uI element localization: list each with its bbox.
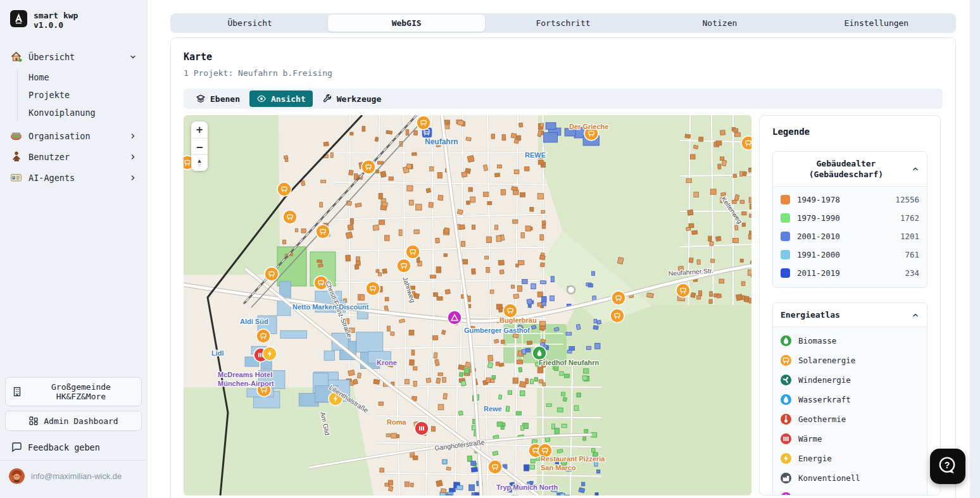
legend-section-title: Gebäudealter(Gebäudescharf) [781,158,912,180]
sidebar-item-organisation[interactable]: Organisation [0,125,147,146]
admin-dashboard-button[interactable]: Admin Dashboard [5,411,142,431]
map-marker-energy[interactable] [263,347,277,361]
sidebar-item-label: Organisation [28,131,123,141]
legend-panel: Legende Gebäudealter(Gebäudescharf)1949-… [759,115,941,495]
map-marker-network[interactable] [448,311,462,325]
heat-icon [781,433,791,444]
map-label: Buglerbräu [499,316,537,324]
map-row: Der GriecheNeufahrnREWEKeltenwegJahnwegC… [184,115,943,495]
tab-notizen[interactable]: Notizen [641,15,798,32]
map-marker-solar[interactable] [417,116,430,130]
user-row[interactable]: info@maximilian-wick.de [5,461,142,493]
zoom-out-button[interactable]: − [191,138,208,154]
feedback-button[interactable]: Feedback geben [5,435,142,460]
app-title: smart kwp v1.0.0 [34,10,78,30]
biomass-icon [781,335,791,346]
toolbar-button-label: Ebenen [210,94,240,104]
map-marker-solar[interactable] [503,304,517,318]
legend-item-wärme: Wärme [781,429,919,449]
sidebar-subitem-projekte[interactable]: Projekte [18,86,147,104]
sidebar: smart kwp v1.0.0 ÜbersichtHomeProjekteKo… [0,0,148,498]
map-marker-solar[interactable] [256,329,270,343]
legend-item-label: Windenergie [798,375,851,385]
legend-item-geothermie: Geothermie [781,409,919,429]
map-marker-biomass[interactable] [532,346,546,360]
tab-übersicht[interactable]: Übersicht [172,15,328,32]
sidebar-bottom: Großgemeinde HK&FZ&More Admin Dashboard … [0,372,147,498]
id-card-icon [10,171,22,184]
chevron-right-icon [129,153,137,161]
map-controls: + − ▲ ▽ [191,121,208,171]
map-marker-solar[interactable] [361,160,375,174]
map-marker-solar[interactable] [283,210,297,224]
app-logo-row: smart kwp v1.0.0 [0,10,147,30]
chevron-up-icon [912,311,919,319]
color-swatch [781,232,790,241]
legend-item-1991-2000: 1991-2000761 [781,246,919,264]
tab-webgis[interactable]: WebGIS [328,15,484,32]
page-scrollbar[interactable] [970,0,980,498]
tab-einstellungen[interactable]: Einstellungen [798,15,955,32]
sidebar-subitem-home[interactable]: Home [18,68,147,86]
legend-item-label: Energie [798,454,832,463]
map-marker-heat[interactable] [415,421,429,435]
legend-item-2011-2019: 2011-2019234 [781,264,919,282]
legend-item-wasserkraft: Wasserkraft [781,390,919,409]
user-email: info@maximilian-wick.de [31,471,122,481]
map-marker-solar[interactable] [366,282,380,296]
map-marker-solar[interactable] [741,136,751,150]
toolbar-button-werkzeuge[interactable]: Werkzeuge [315,90,388,107]
legend-section-header[interactable]: Gebäudealter(Gebäudescharf) [773,152,927,187]
sidebar-item--bersicht[interactable]: Übersicht [0,46,147,67]
legend-item-2001-2010: 2001-20101201 [781,227,919,246]
network-icon [781,492,791,495]
legend-item-label: Solarenergie [798,356,855,365]
sidebar-subitem-konvoiplanung[interactable]: Konvoiplanung [18,104,147,121]
sidebar-subnav: HomeProjekteKonvoiplanung [17,68,147,121]
map-marker-solar[interactable] [406,245,420,259]
help-chat-button[interactable]: ? [930,449,965,484]
map-label: Gumberger Gasthof [464,327,530,334]
zoom-in-button[interactable]: + [191,121,208,138]
sidebar-item-benutzer[interactable]: Benutzer [0,146,147,167]
toolbar-button-ebenen[interactable]: Ebenen [189,90,247,107]
bigfoot-icon [10,151,22,163]
map-marker-solar[interactable] [265,267,279,281]
main-content: ÜbersichtWebGISFortschrittNotizenEinstel… [148,0,980,498]
pitch-control-button[interactable]: ▲ ▽ [191,154,208,171]
legend-item-solarenergie: Solarenergie [781,351,919,370]
map-label: Roma [387,418,406,426]
legend-section-title: Energieatlas [781,309,912,320]
legend-item-count: 1201 [900,232,919,241]
tab-fortschritt[interactable]: Fortschritt [485,15,641,32]
map-marker-solar[interactable] [397,259,411,273]
wrench-icon [322,94,332,104]
map-marker-solar[interactable] [612,291,625,305]
pitch-down-icon: ▽ [198,163,201,168]
legend-item-label: Konventionell [798,473,860,483]
map-label: Netto Marken-Discount [292,303,369,311]
feedback-label: Feedback geben [28,442,100,452]
map-marker-solar[interactable] [610,309,624,323]
house-icon [10,51,22,63]
eye-icon [256,94,267,104]
map-label: Neufahrn [425,137,458,146]
map-marker-solar[interactable] [488,460,502,474]
map-marker-solar[interactable] [277,182,291,196]
legend-section-body: BiomasseSolarenergieWindenergieWasserkra… [773,327,927,495]
map-marker-solar[interactable] [676,283,690,297]
toolbar-button-ansicht[interactable]: Ansicht [249,90,313,107]
map-label: Friedhof Neufahrn [539,359,600,366]
map-canvas[interactable]: Der GriecheNeufahrnREWEKeltenwegJahnwegC… [184,115,751,495]
chevron-right-icon [129,132,137,140]
legend-item-count: 234 [905,268,919,278]
layers-icon [196,94,206,104]
sidebar-item-ai-agents[interactable]: AI-Agents [0,167,147,188]
water-icon [781,394,791,405]
legend-section-energieatlas: EnergieatlasBiomasseSolarenergieWindener… [772,302,927,495]
webgis-card: Karte 1 Projekt: Neufahrn b.Freising Ebe… [170,37,956,498]
map-marker-solar[interactable] [316,225,330,239]
legend-section-header[interactable]: Energieatlas [773,303,927,327]
organization-button[interactable]: Großgemeinde HK&FZ&More [5,377,142,406]
svg-text:?: ? [945,459,950,470]
